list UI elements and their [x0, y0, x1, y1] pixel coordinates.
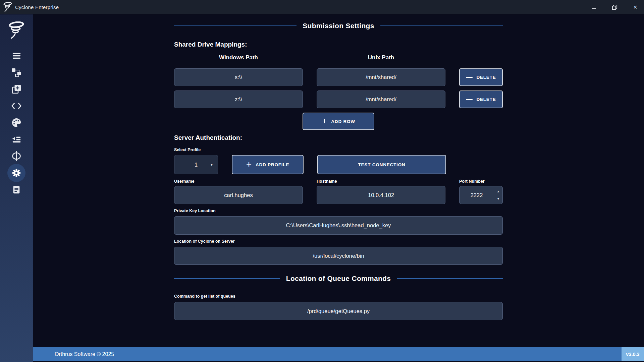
windows-path-input[interactable]: [174, 90, 303, 108]
port-input[interactable]: [459, 186, 503, 204]
close-button[interactable]: ×: [630, 2, 641, 12]
sidebar-item-settings[interactable]: [0, 165, 33, 181]
add-profile-button-label: ADD PROFILE: [256, 162, 289, 167]
settings-gear-icon: [12, 168, 21, 178]
unix-path-column-header: Unix Path: [317, 54, 445, 61]
section-title: Submission Settings: [303, 22, 374, 30]
version-badge: v3.0.3: [622, 347, 644, 361]
delete-row-button[interactable]: DELETE: [459, 68, 503, 86]
divider-line: [397, 278, 503, 279]
username-input[interactable]: [174, 186, 303, 204]
add-row-button-label: ADD ROW: [331, 119, 355, 124]
unix-path-input[interactable]: [317, 90, 445, 108]
copyright-text: Orthrus Software © 2025: [55, 351, 114, 357]
sidebar-item-code[interactable]: [0, 98, 33, 114]
minus-icon: [466, 99, 473, 100]
divider-line: [174, 278, 280, 279]
minimize-button[interactable]: [588, 2, 599, 12]
hostname-input[interactable]: [317, 186, 445, 204]
unix-path-input[interactable]: [317, 68, 445, 86]
palette-icon: [11, 118, 21, 128]
spin-up-icon[interactable]: ▲: [497, 190, 500, 193]
divider-line: [380, 25, 503, 26]
spin-down-icon[interactable]: ▼: [497, 197, 500, 200]
sidebar-item-outdent[interactable]: [0, 131, 33, 148]
sidebar-item-node-tree[interactable]: [0, 64, 33, 81]
log-document-icon: [12, 185, 21, 194]
sidebar-item-palette[interactable]: [0, 114, 33, 131]
private-key-input[interactable]: [174, 216, 503, 235]
windows-path-input[interactable]: [174, 68, 303, 86]
queue-commands-header: Location of Queue Commands: [174, 274, 503, 283]
delete-row-button[interactable]: DELETE: [459, 90, 503, 108]
app-title: Cyclone Enterprise: [15, 4, 59, 10]
mapping-row: DELETE: [174, 68, 503, 86]
test-connection-button[interactable]: TEST CONNECTION: [317, 155, 446, 174]
delete-button-label: DELETE: [476, 75, 496, 80]
restore-button[interactable]: [609, 2, 620, 12]
tornado-logo-small-icon: [3, 2, 12, 12]
active-item-highlight: [7, 164, 25, 182]
windows-path-column-header: Windows Path: [174, 54, 303, 61]
queue-command-input[interactable]: [174, 302, 503, 320]
outdent-icon: [12, 135, 21, 144]
tornado-logo-icon: [8, 21, 24, 40]
restore-icon: [612, 4, 618, 10]
add-row-button[interactable]: + ADD ROW: [303, 113, 374, 130]
menu-icon: [12, 51, 21, 61]
minimize-icon: [592, 8, 596, 9]
cyclone-location-label: Location of Cyclone on Server: [174, 239, 503, 244]
section-title: Location of Queue Commands: [286, 275, 391, 283]
port-label: Port Number: [459, 179, 485, 184]
titlebar: Cyclone Enterprise ×: [0, 0, 644, 14]
sidebar-item-add-document[interactable]: [0, 81, 33, 98]
hostname-label: Hostname: [317, 179, 445, 184]
node-tree-icon: [11, 67, 21, 77]
phi-lens-icon: [11, 151, 21, 162]
sidebar-logo: [8, 22, 24, 39]
main-panel: Submission Settings Shared Drive Mapping…: [33, 14, 644, 362]
chevron-down-icon: ▼: [210, 163, 213, 167]
minus-icon: [466, 77, 473, 78]
cyclone-location-input[interactable]: [174, 247, 503, 265]
test-connection-button-label: TEST CONNECTION: [358, 162, 405, 167]
divider-line: [174, 25, 297, 26]
shared-drive-heading: Shared Drive Mappings:: [174, 41, 503, 48]
private-key-label: Private Key Location: [174, 208, 503, 213]
profile-selected-value: 1: [195, 162, 198, 168]
mapping-row: DELETE: [174, 90, 503, 108]
server-auth-heading: Server Authentication:: [174, 134, 503, 141]
submission-settings-header: Submission Settings: [174, 21, 503, 31]
sidebar: [0, 14, 33, 362]
code-icon: [11, 102, 22, 110]
close-icon: ×: [633, 4, 637, 10]
username-label: Username: [174, 179, 303, 184]
add-profile-button[interactable]: + ADD PROFILE: [232, 155, 304, 174]
queue-command-label: Command to get list of queues: [174, 294, 503, 299]
delete-button-label: DELETE: [476, 97, 496, 102]
select-profile-label: Select Profile: [174, 147, 503, 152]
sidebar-item-menu[interactable]: [0, 47, 33, 64]
status-bar: Orthrus Software © 2025 v3.0.3: [33, 347, 644, 361]
sidebar-item-log[interactable]: [0, 181, 33, 198]
profile-select[interactable]: 1 ▼: [174, 155, 218, 174]
port-spinner: ▲ ▼: [459, 186, 503, 204]
add-document-icon: [11, 84, 21, 94]
sidebar-item-phi-lens[interactable]: [0, 148, 33, 165]
